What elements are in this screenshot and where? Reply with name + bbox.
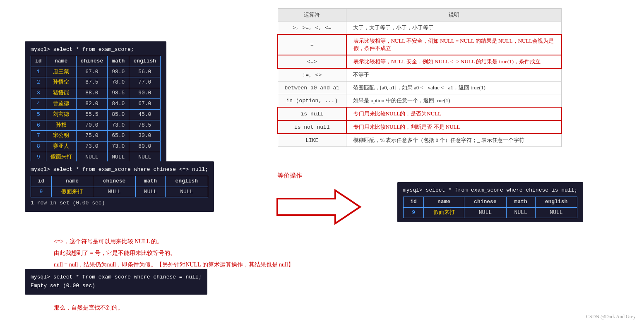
cell: NULL — [464, 207, 507, 218]
cell: 67.0 — [129, 98, 161, 109]
col-id: id — [404, 197, 424, 207]
annotation-line2: 由此我想到了 = 号，它是不能用来比较等号的。 — [54, 247, 294, 259]
cell: 7 — [31, 131, 46, 142]
cell: 4 — [31, 98, 46, 109]
arrow-container — [273, 186, 364, 229]
ref-table-op: >, >=, <, <= — [278, 22, 346, 35]
terminal-3-block: mysql> select * from exam_score where ch… — [397, 182, 583, 222]
cell: 77.0 — [129, 77, 161, 88]
cell: NULL — [506, 207, 535, 218]
terminal-2-table: id name chinese math english 9 假面来打 NULL… — [31, 176, 208, 198]
cell: 85.0 — [108, 109, 129, 120]
ref-table-row: <=>表示比较相等，NULL 安全，例如 NULL <=> NULL 的结果是 … — [278, 55, 562, 68]
cell: 6 — [31, 120, 46, 131]
cell: 30.0 — [129, 131, 161, 142]
annotation-line4: 那么，自然是查找不到的。 — [54, 305, 123, 311]
cell: 45.0 — [129, 109, 161, 120]
cell: 孙悟空 — [46, 77, 76, 88]
ref-table-desc: 模糊匹配，% 表示任意多个（包括 0 个）任意字符；_ 表示任意一个字符 — [346, 134, 562, 147]
arrow-icon — [273, 186, 364, 228]
cell: 73.0 — [76, 142, 108, 152]
cell: 1 — [31, 67, 46, 77]
terminal-3-table: id name chinese math english 9 假面来打 NULL… — [403, 197, 577, 218]
cell: 65.0 — [108, 131, 129, 142]
cell: 87.5 — [76, 77, 108, 88]
col-id: id — [31, 56, 46, 67]
terminal-2-footer: 1 row in set (0.00 sec) — [31, 199, 208, 208]
ref-table-desc: 如果是 option 中的任意一个，返回 true(1) — [346, 94, 562, 108]
cell: NULL — [136, 187, 165, 197]
cell: 98.5 — [108, 88, 129, 99]
cell: 67.0 — [76, 67, 108, 77]
col-math: math — [506, 197, 535, 207]
col-name: name — [52, 176, 93, 187]
svg-marker-0 — [277, 190, 360, 223]
ref-table-header-desc: 说明 — [346, 9, 562, 22]
annotation-block: <=>，这个符号是可以用来比较 NULL 的。 由此我想到了 = 号，它是不能用… — [54, 236, 294, 271]
equal-op-label: 等价操作 — [277, 172, 302, 180]
cell: 假面来打 — [52, 187, 93, 197]
bottom-annotation: 那么，自然是查找不到的。 — [54, 302, 123, 314]
ref-table-desc: 专门用来比较NULL的，判断是否 不是 NULL — [346, 120, 562, 134]
ref-table: 运算符 说明 >, >=, <, <=大于，大于等于，小于，小于等于=表示比较相… — [277, 8, 562, 147]
terminal-3: mysql> select * from exam_score where ch… — [397, 182, 583, 222]
ref-table-row: LIKE模糊匹配，% 表示任意多个（包括 0 个）任意字符；_ 表示任意一个字符 — [278, 134, 562, 147]
terminal-1: mysql> select * from exam_score; id name… — [25, 41, 166, 167]
cell: NULL — [535, 207, 577, 218]
col-english: english — [165, 176, 208, 187]
cell: 宋公明 — [46, 131, 76, 142]
cell: 73.0 — [108, 142, 129, 152]
ref-table-op: = — [278, 34, 346, 55]
cell: 80.0 — [129, 142, 161, 152]
cell: 73.0 — [108, 120, 129, 131]
cell: 98.0 — [108, 67, 129, 77]
ref-table-row: is null专门用来比较NULL的，是否为NULL — [278, 107, 562, 120]
cell: 唐三藏 — [46, 67, 76, 77]
cell: 8 — [31, 142, 46, 152]
cell: 曹孟德 — [46, 98, 76, 109]
ref-table-desc: 专门用来比较NULL的，是否为NULL — [346, 107, 562, 120]
ref-table-op: <=> — [278, 55, 346, 68]
ref-table-op: !=, <> — [278, 68, 346, 82]
col-math: math — [136, 176, 165, 187]
cell: 2 — [31, 77, 46, 88]
ref-table-desc: 表示比较相等，NULL 安全，例如 NULL <=> NULL 的结果是 tru… — [346, 55, 562, 68]
ref-table-op: LIKE — [278, 134, 346, 147]
ref-table-row: in (option, ...)如果是 option 中的任意一个，返回 tru… — [278, 94, 562, 108]
terminal-1-block: mysql> select * from exam_score; id name… — [25, 41, 166, 167]
cell: 75.0 — [76, 131, 108, 142]
cell: 90.0 — [129, 88, 161, 99]
col-math: math — [108, 56, 129, 67]
ref-table-row: >, >=, <, <=大于，大于等于，小于，小于等于 — [278, 22, 562, 35]
ref-table-op: is not null — [278, 120, 346, 134]
cell: 78.5 — [129, 120, 161, 131]
terminal-4: mysql> select * from exam_score where ch… — [25, 269, 207, 295]
col-english: english — [535, 197, 577, 207]
ref-table-desc: 表示比较相等，NULL 不安全，例如 NULL = NULL 的结果是 NULL… — [346, 34, 562, 55]
col-id: id — [31, 176, 52, 187]
col-english: english — [129, 56, 161, 67]
cell: 84.0 — [108, 98, 129, 109]
ref-table-row: !=, <>不等于 — [278, 68, 562, 82]
watermark: CSDN @Dark And Grey — [586, 314, 636, 320]
ref-table-row: between a0 and a1范围匹配，[a0, a1]，如果 a0 <= … — [278, 82, 562, 94]
ref-table-row: =表示比较相等，NULL 不安全，例如 NULL = NULL 的结果是 NUL… — [278, 34, 562, 55]
cell: 88.0 — [76, 88, 108, 99]
cell: NULL — [165, 187, 208, 197]
ref-table-op: in (option, ...) — [278, 94, 346, 108]
ref-table-desc: 大于，大于等于，小于，小于等于 — [346, 22, 562, 35]
col-name: name — [424, 197, 464, 207]
terminal-2: mysql> select * from exam_score where ch… — [25, 161, 214, 212]
cell: 70.0 — [76, 120, 108, 131]
cell: 猪悟能 — [46, 88, 76, 99]
cell: 5 — [31, 109, 46, 120]
terminal-4-cmd: mysql> select * from exam_score where ch… — [31, 273, 202, 290]
terminal-4-block: mysql> select * from exam_score where ch… — [25, 269, 207, 295]
cell: 56.0 — [129, 67, 161, 77]
terminal-1-table: id name chinese math english 1 唐三藏 67.0 … — [31, 56, 161, 163]
terminal-2-block: mysql> select * from exam_score where ch… — [25, 161, 214, 212]
cell: 赛亚人 — [46, 142, 76, 152]
cell: 刘玄德 — [46, 109, 76, 120]
col-chinese: chinese — [93, 176, 135, 187]
cell: 假面来打 — [424, 207, 464, 218]
